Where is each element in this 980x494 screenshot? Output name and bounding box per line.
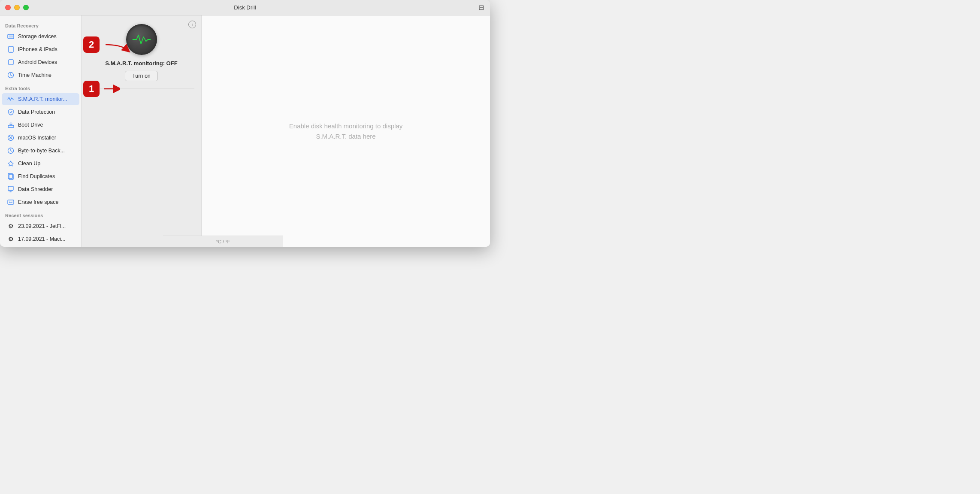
right-area: Enable disk health monitoring to display… [202,15,490,247]
boot-drive-label: Boot Drive [18,122,43,128]
app-body: Data Recovery Storage devices iPhones & … [0,15,490,247]
smart-monitor-icon [7,95,15,103]
erase-free-space-label: Erase free space [18,199,59,205]
sidebar-item-clean-up[interactable]: Clean Up [2,158,79,170]
byte-backup-label: Byte-to-byte Back... [18,148,65,154]
sidebar-item-boot-drive[interactable]: Boot Drive [2,119,79,131]
find-duplicates-icon [7,173,15,180]
android-devices-label: Android Devices [18,59,57,65]
info-icon[interactable]: i [188,21,196,28]
section-label-recent-sessions: Recent sessions [0,209,81,220]
annotation-badge-1: 1 [83,81,100,97]
enable-text-line1: Enable disk health monitoring to display [289,121,402,131]
sidebar: Data Recovery Storage devices iPhones & … [0,15,82,247]
svg-line-7 [11,75,12,76]
app-title: Disk Drill [234,4,256,11]
macos-installer-label: macOS Installer [18,135,56,141]
svg-marker-14 [8,161,13,166]
annotation-badge-2: 2 [83,36,100,53]
svg-line-20 [10,191,11,192]
minimize-button[interactable] [14,5,20,10]
session-1-label: 23.09.2021 - JetFl... [18,223,66,229]
svg-rect-1 [9,36,13,38]
maximize-button[interactable] [23,5,29,10]
svg-rect-8 [8,125,14,127]
sidebar-item-session-1[interactable]: ⚙ 23.09.2021 - JetFl... [2,220,79,232]
smart-monitor-label: S.M.A.R.T. monitor... [18,96,67,102]
session-2-icon: ⚙ [7,235,15,243]
close-button[interactable] [5,5,11,10]
clean-up-label: Clean Up [18,161,40,167]
storage-devices-label: Storage devices [18,33,57,39]
storage-devices-icon [7,33,15,40]
svg-line-19 [9,191,9,192]
enable-text-line2: S.M.A.R.T. data here [289,131,402,142]
annotation-arrow-1 [101,84,120,94]
sidebar-item-byte-backup[interactable]: Byte-to-byte Back... [2,145,79,157]
sidebar-item-android-devices[interactable]: Android Devices [2,56,79,68]
titlebar: Disk Drill ⊟ [0,0,490,15]
sidebar-item-iphones-ipads[interactable]: iPhones & iPads [2,43,79,55]
session-1-icon: ⚙ [7,222,15,230]
data-shredder-label: Data Shredder [18,186,53,192]
android-devices-icon [7,58,15,66]
session-2-label: 17.09.2021 - Maci... [18,236,65,242]
annotation-arrow-2 [101,36,136,53]
window-controls[interactable] [5,5,29,10]
temp-text: °C / °F [216,239,230,244]
enable-text: Enable disk health monitoring to display… [289,121,402,142]
data-shredder-icon [7,185,15,193]
section-label-data-recovery: Data Recovery [0,19,81,30]
sidebar-item-smart-monitor[interactable]: S.M.A.R.T. monitor... [2,93,79,105]
data-protection-icon [7,108,15,116]
sidebar-item-data-protection[interactable]: Data Protection [2,106,79,118]
sidebar-item-macos-installer[interactable]: macOS Installer [2,132,79,144]
smart-status-text: S.M.A.R.T. monitoring: OFF [105,60,177,67]
byte-backup-icon [7,147,15,155]
svg-rect-4 [9,60,13,65]
view-icon[interactable]: ⊟ [478,3,484,12]
iphones-ipads-label: iPhones & iPads [18,46,57,52]
turn-on-button[interactable]: Turn on [125,71,158,81]
find-duplicates-label: Find Duplicates [18,173,55,179]
svg-rect-17 [8,186,13,190]
svg-rect-22 [8,200,14,204]
time-machine-label: Time Machine [18,72,51,78]
sidebar-item-erase-free-space[interactable]: Erase free space [2,196,79,208]
bottom-bar: °C / °F [163,236,283,247]
section-label-extra-tools: Extra tools [0,82,81,93]
sidebar-item-session-3[interactable]: ⚙ 14.09.2021 - TS-R... [2,246,79,247]
sidebar-item-session-2[interactable]: ⚙ 17.09.2021 - Maci... [2,233,79,245]
time-machine-icon [7,71,15,79]
sidebar-item-find-duplicates[interactable]: Find Duplicates [2,170,79,182]
sidebar-item-storage-devices[interactable]: Storage devices [2,30,79,42]
data-protection-label: Data Protection [18,109,55,115]
erase-free-space-icon [7,198,15,206]
sidebar-item-data-shredder[interactable]: Data Shredder [2,183,79,195]
iphones-ipads-icon [7,45,15,53]
main-content: 1 2 i S.M.A.R.T. monitoring: OFF Tu [82,15,490,247]
macos-installer-icon [7,134,15,142]
boot-drive-icon [7,121,15,129]
sidebar-item-time-machine[interactable]: Time Machine [2,69,79,81]
svg-line-21 [12,191,12,192]
clean-up-icon [7,160,15,167]
